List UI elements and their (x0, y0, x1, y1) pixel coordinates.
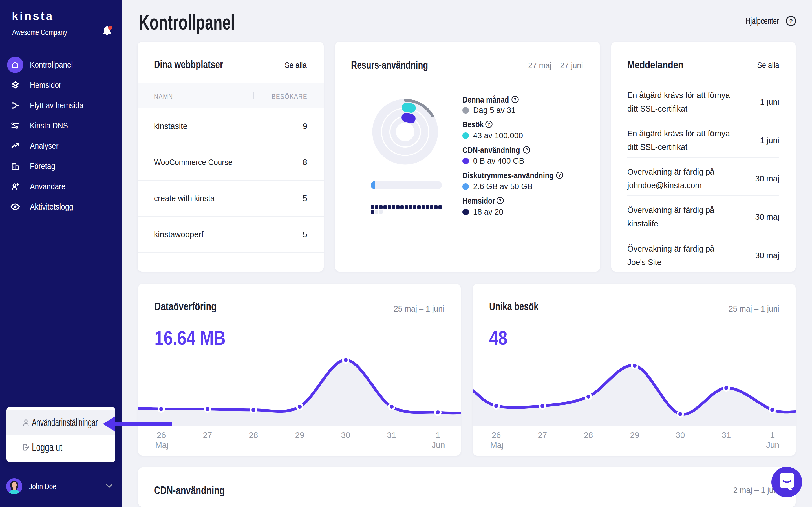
svg-text:?: ? (525, 147, 528, 152)
svg-text:?: ? (499, 198, 501, 203)
svg-text:?: ? (514, 97, 516, 102)
svg-text:?: ? (488, 122, 490, 126)
svg-text:?: ? (558, 173, 561, 177)
svg-text:?: ? (789, 18, 793, 24)
